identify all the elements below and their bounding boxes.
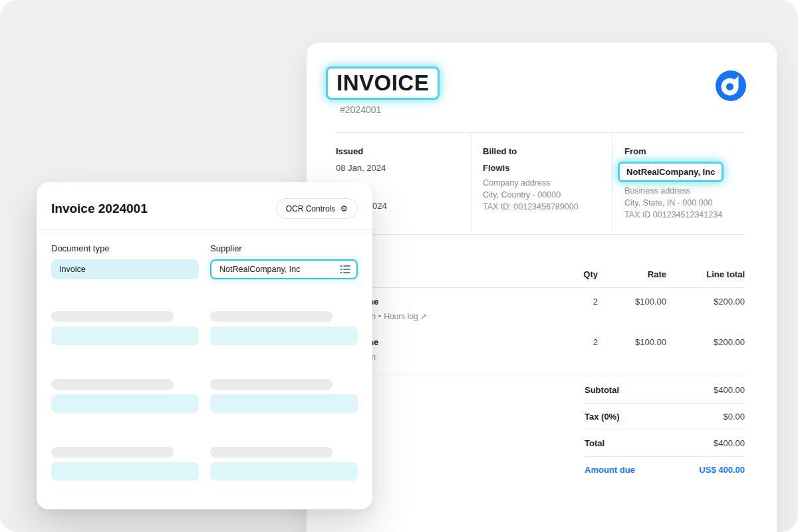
tax-value: $0.00 [723, 412, 745, 422]
ocr-panel: Invoice 2024001 OCR Controls ⚙ Document … [37, 182, 372, 509]
supplier-label: Supplier [210, 243, 358, 253]
skeleton-input-bar [51, 394, 199, 413]
total-row: Total $400.00 [585, 430, 745, 457]
qty-column-header: Qty [545, 269, 598, 279]
external-link-icon: ↗ [420, 312, 427, 321]
line-total-cell: $200.00 [666, 297, 745, 322]
qty-cell: 2 [545, 337, 598, 362]
skeleton-input-bar [210, 394, 358, 413]
skeleton-field [210, 311, 358, 345]
skeleton-field [51, 447, 199, 481]
ocr-controls-label: OCR Controls [286, 204, 336, 213]
rate-column-header: Rate [598, 269, 666, 279]
totals-block: Subtotal $400.00 Tax (0%) $0.00 Total $4… [585, 374, 745, 483]
company-logo-icon [716, 70, 746, 101]
skeleton-row [51, 311, 358, 345]
total-value: $400.00 [714, 438, 745, 448]
skeleton-label-bar [51, 311, 174, 322]
document-type-value: Invoice [59, 265, 86, 274]
from-label: From [624, 146, 745, 156]
document-type-input[interactable]: Invoice [51, 259, 199, 279]
skeleton-field [210, 379, 358, 413]
skeleton-field [51, 311, 199, 345]
from-tax-id: TAX ID 001234512341234 [624, 209, 745, 221]
skeleton-field [51, 379, 199, 413]
supplier-input[interactable]: NotRealCompany, Inc [210, 259, 358, 279]
hours-log-label: Hours log [384, 312, 418, 321]
document-type-field-group: Document type Invoice [51, 243, 199, 279]
table-row: Item name Description•Hours log ↗ 2 $100… [336, 288, 745, 329]
skeleton-label-bar [210, 311, 332, 322]
billed-tax-id: TAX ID: 00123456789000 [483, 201, 612, 213]
ocr-form: Document type Invoice Supplier NotRealCo… [37, 230, 372, 279]
bullet-separator: • [378, 312, 381, 321]
tax-label: Tax (0%) [585, 412, 620, 422]
line-total-column-header: Line total [666, 269, 745, 279]
qty-cell: 2 [545, 297, 598, 322]
ocr-skeleton-fields [37, 279, 372, 481]
meta-billed-column: Billed to Flowis Company address City, C… [471, 133, 612, 234]
gear-icon: ⚙ [340, 203, 348, 213]
subtotal-row: Subtotal $400.00 [585, 377, 745, 404]
amount-due-label: Amount due [585, 465, 635, 475]
meta-from-column: From NotRealCompany, Inc Business addres… [612, 133, 745, 234]
skeleton-input-bar [210, 462, 358, 481]
supplier-name-highlight: NotRealCompany, Inc [618, 162, 724, 182]
from-address-line: City, State, IN - 000 000 [624, 198, 745, 209]
skeleton-label-bar [51, 447, 174, 458]
subtotal-value: $400.00 [714, 385, 745, 395]
total-label: Total [585, 438, 604, 448]
invoice-meta-section: Issued 08 Jan, 2024 Due 08 Feb, 2024 Bil… [336, 132, 745, 235]
skeleton-field [210, 447, 358, 481]
table-divider [336, 369, 745, 374]
skeleton-input-bar [51, 462, 199, 481]
amount-due-value: US$ 400.00 [699, 465, 745, 475]
skeleton-input-bar [51, 327, 199, 345]
invoice-line-items-table: Qty Rate Line total Item name Descriptio… [336, 235, 745, 483]
skeleton-input-bar [210, 327, 358, 345]
invoice-number: #2024001 [340, 104, 745, 115]
supplier-field-group: Supplier NotRealCompany, Inc [210, 243, 358, 279]
billed-address-line: City, Country - 00000 [483, 190, 612, 201]
billed-address-line: Company address [483, 178, 612, 190]
hours-log-link[interactable]: Hours log ↗ [384, 312, 427, 321]
from-name: NotRealCompany, Inc [626, 167, 715, 177]
app-background: INVOICE #2024001 Issued 08 Jan, 2024 Due… [0, 0, 798, 532]
skeleton-label-bar [210, 379, 332, 390]
invoice-document: INVOICE #2024001 Issued 08 Jan, 2024 Due… [307, 43, 777, 532]
skeleton-label-bar [51, 379, 174, 390]
skeleton-row [51, 379, 358, 413]
rate-cell: $100.00 [598, 337, 666, 362]
ocr-panel-header: Invoice 2024001 OCR Controls ⚙ [37, 182, 372, 230]
from-address-line: Business address [624, 186, 745, 198]
ocr-controls-button[interactable]: OCR Controls ⚙ [276, 198, 358, 219]
invoice-header: INVOICE #2024001 [307, 43, 777, 115]
skeleton-row [51, 447, 358, 481]
skeleton-label-bar [210, 447, 332, 458]
table-row: Item name Description 2 $100.00 $200.00 [336, 329, 745, 369]
list-select-icon[interactable] [340, 265, 350, 274]
ocr-panel-title: Invoice 2024001 [51, 201, 148, 216]
subtotal-label: Subtotal [585, 385, 619, 395]
table-header-row: Qty Rate Line total [336, 235, 745, 288]
billed-name: Flowis [483, 163, 612, 173]
issued-date: 08 Jan, 2024 [336, 163, 471, 173]
rate-cell: $100.00 [598, 297, 666, 322]
invoice-title: INVOICE [336, 70, 429, 96]
tax-row: Tax (0%) $0.00 [585, 404, 745, 430]
issued-label: Issued [336, 146, 471, 156]
invoice-title-highlight: INVOICE [326, 66, 440, 100]
document-type-label: Document type [51, 243, 199, 253]
amount-due-row: Amount due US$ 400.00 [585, 457, 745, 483]
supplier-value: NotRealCompany, Inc [219, 265, 300, 274]
line-total-cell: $200.00 [666, 337, 745, 362]
billed-to-label: Billed to [483, 146, 612, 156]
